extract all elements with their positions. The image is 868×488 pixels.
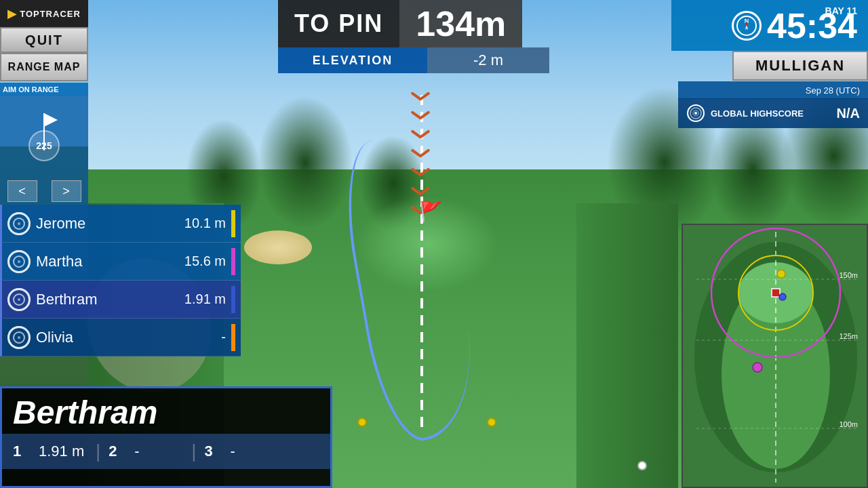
player-row[interactable]: Jerome 10.1 m	[0, 205, 241, 243]
quit-label: QUIT	[25, 33, 63, 48]
svg-marker-1	[44, 113, 58, 127]
bay-label: BAY 11	[825, 5, 857, 16]
player-name-jerome: Jerome	[36, 215, 166, 232]
current-player-name: Berthram	[2, 388, 330, 434]
mini-map: 150m 125m 100m	[682, 224, 868, 488]
player-target-icon-berthram	[7, 288, 31, 311]
player-name-olivia: Olivia	[36, 329, 166, 346]
shot-val-2: -	[129, 443, 183, 460]
ball-marker-2	[487, 418, 496, 427]
player-row[interactable]: Olivia -	[0, 319, 241, 357]
svg-point-27	[779, 293, 786, 300]
chevron-3	[410, 126, 431, 140]
range-map-button[interactable]: RANGE MAP	[0, 53, 88, 81]
svg-rect-24	[772, 289, 780, 297]
to-pin-label: TO PIN	[278, 0, 399, 47]
players-panel: Jerome 10.1 m Martha 15.6 m Berthram 1.9…	[0, 205, 241, 357]
mulligan-label: MULLIGAN	[755, 57, 845, 75]
player-distance-martha: 15.6 m	[172, 253, 226, 269]
flag-marker: 🚩	[419, 200, 443, 222]
aim-distance-text: 225	[36, 140, 52, 151]
to-pin-header: TO PIN 134m	[278, 0, 522, 47]
shot-val-3: -	[225, 443, 279, 460]
aim-circle-svg: 225	[14, 106, 75, 167]
player-target-icon-martha	[7, 250, 31, 273]
target-icon	[686, 104, 705, 123]
martha-color-bar	[231, 248, 235, 275]
chevron-5	[410, 164, 431, 178]
highscore-label: GLOBAL HIGHSCORE	[711, 108, 804, 119]
mini-map-inner: 150m 125m 100m	[683, 225, 867, 487]
mulligan-button[interactable]: MULLIGAN	[732, 51, 868, 81]
player-target-icon-jerome	[7, 212, 31, 235]
compass-icon: N	[732, 11, 762, 41]
olivia-color-bar	[231, 324, 235, 351]
chevrons-container	[410, 88, 431, 216]
player-name-martha: Martha	[36, 253, 166, 270]
chevron-1	[410, 88, 431, 102]
next-arrow[interactable]: >	[52, 180, 81, 202]
highscore-icon-label: GLOBAL HIGHSCORE	[686, 104, 804, 123]
global-highscore: GLOBAL HIGHSCORE N/A	[678, 98, 868, 128]
chevron-6	[410, 183, 431, 197]
jerome-color-bar	[231, 210, 235, 237]
svg-point-26	[753, 363, 762, 372]
date-text: Sep 28 (UTC)	[678, 81, 868, 99]
quit-button[interactable]: QUIT	[0, 27, 88, 53]
to-pin-distance: 134m	[399, 0, 522, 47]
elevation-value: -2 m	[427, 47, 549, 73]
highscore-date: Sep 28 (UTC)	[806, 85, 860, 96]
current-player-box: Berthram 1 1.91 m | 2 - | 3 -	[0, 386, 332, 488]
elevation-label: ELEVATION	[278, 47, 427, 73]
range-map-label: RANGE MAP	[8, 61, 81, 73]
player-distance-olivia: -	[172, 329, 226, 345]
ball-marker-3	[637, 461, 647, 470]
bunker	[244, 230, 312, 264]
chevron-4	[410, 145, 431, 159]
prev-arrow[interactable]: <	[7, 180, 37, 202]
shot-num-1: 1	[13, 443, 33, 460]
player-row[interactable]: Berthram 1.91 m	[0, 281, 241, 319]
rough-right	[576, 203, 678, 488]
svg-point-25	[777, 270, 785, 278]
player-row[interactable]: Martha 15.6 m	[0, 243, 241, 281]
svg-text:150m: 150m	[839, 271, 858, 279]
berthram-color-bar	[231, 286, 235, 313]
shot-stats: 1 1.91 m | 2 - | 3 -	[2, 434, 330, 469]
aim-circle-container: 225	[0, 96, 88, 178]
player-distance-jerome: 10.1 m	[172, 216, 226, 231]
mini-map-svg: 150m 125m 100m	[683, 225, 868, 488]
shot-val-1: 1.91 m	[33, 443, 87, 460]
elevation-bar: ELEVATION -2 m	[278, 47, 549, 73]
highscore-value: N/A	[837, 106, 860, 121]
player-distance-berthram: 1.91 m	[172, 291, 226, 307]
svg-text:125m: 125m	[839, 332, 858, 340]
toptracer-logo-text: TOPTRACER	[20, 9, 81, 19]
shot-sep-2: |	[191, 441, 196, 462]
aim-on-range-label: AIM ON RANGE	[0, 83, 88, 96]
player-target-icon-olivia	[7, 326, 31, 349]
svg-point-10	[694, 112, 697, 115]
player-name-berthram: Berthram	[36, 291, 166, 308]
nav-arrows: < >	[0, 178, 88, 205]
toptracer-icon: ▶	[7, 6, 17, 21]
shot-num-2: 2	[108, 443, 129, 460]
chevron-2	[410, 107, 431, 121]
toptracer-logo: ▶ TOPTRACER	[0, 0, 88, 27]
ball-marker-1	[357, 418, 367, 427]
svg-text:100m: 100m	[839, 420, 858, 428]
shot-num-3: 3	[205, 443, 225, 460]
shot-sep-1: |	[96, 441, 100, 462]
